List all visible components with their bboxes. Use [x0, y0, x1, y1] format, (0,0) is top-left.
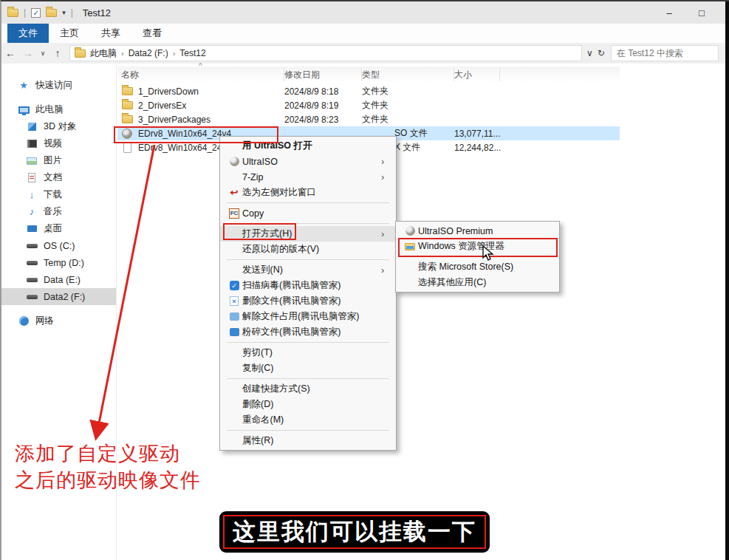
- menu-label: 发送到(N): [242, 264, 381, 276]
- menu-item-properties[interactable]: 属性(R): [220, 433, 396, 448]
- music-note-icon: ♪: [26, 206, 38, 217]
- back-icon[interactable]: ←: [1, 47, 19, 59]
- separator: |: [71, 7, 73, 18]
- menu-label: 扫描病毒(腾讯电脑管家): [242, 279, 381, 292]
- freecommander-icon: FC: [226, 208, 242, 219]
- menu-item-unlock-file-tm[interactable]: 解除文件占用(腾讯电脑管家): [220, 309, 396, 324]
- sidebar-item-music[interactable]: ♪ 音乐: [1, 203, 116, 220]
- breadcrumb-drive[interactable]: Data2 (F:): [129, 48, 168, 58]
- search-box[interactable]: [611, 45, 719, 61]
- unlock-file-icon: [226, 313, 242, 321]
- sidebar-item-pictures[interactable]: 图片: [1, 152, 116, 169]
- sidebar-item-quick-access[interactable]: ★ 快速访问: [1, 77, 116, 94]
- menu-label: 复制(C): [242, 362, 381, 375]
- column-header-type[interactable]: 类型: [362, 66, 454, 83]
- breadcrumb-this-pc[interactable]: 此电脑: [90, 47, 117, 60]
- column-header-date[interactable]: 修改日期: [284, 66, 362, 83]
- menu-item-restore-versions[interactable]: 还原以前的版本(V): [220, 242, 396, 257]
- menu-item-open-with[interactable]: 打开方式(H) ›: [220, 226, 396, 242]
- file-type: 文件夹: [362, 99, 454, 112]
- minimize-button[interactable]: –: [653, 1, 685, 24]
- maximize-button[interactable]: □: [685, 1, 718, 24]
- address-dropdown-icon[interactable]: ∨: [586, 48, 593, 58]
- menu-item-rename[interactable]: 重命名(M): [220, 412, 396, 428]
- file-row[interactable]: 3_DriverPackages 2024/8/9 8:23 文件夹: [117, 112, 620, 126]
- file-size: 12,244,82...: [454, 143, 500, 153]
- sidebar-item-os-c[interactable]: OS (C:): [1, 237, 116, 254]
- menu-label: 选择其他应用(C): [418, 276, 559, 289]
- search-input[interactable]: [617, 48, 713, 58]
- sidebar-item-temp-d[interactable]: Temp (D:): [1, 254, 116, 271]
- file-name: 2_DriversEx: [138, 100, 186, 111]
- properties-icon[interactable]: ✓: [31, 8, 41, 18]
- submenu-item-search-store[interactable]: 搜索 Microsoft Store(S): [396, 259, 559, 275]
- sidebar-item-network[interactable]: 网络: [1, 313, 116, 329]
- menu-separator: [227, 223, 389, 224]
- drive-icon: [26, 244, 38, 248]
- submenu-arrow-icon: ›: [381, 156, 396, 167]
- menu-item-send-to[interactable]: 发送到(N) ›: [220, 262, 396, 278]
- menu-item-compare-left[interactable]: ↩ 选为左侧对比窗口: [220, 185, 396, 200]
- shred-file-icon: [226, 328, 242, 336]
- menu-item-7zip[interactable]: 7-Zip ›: [220, 169, 396, 185]
- file-row[interactable]: 1_DriversDown 2024/8/9 8:18 文件夹: [117, 84, 620, 98]
- menu-item-open-with-ultraiso[interactable]: 用 UltraISO 打开: [220, 138, 396, 154]
- menu-item-copy-fc[interactable]: FC Copy: [220, 205, 396, 221]
- menu-label: 打开方式(H): [242, 228, 381, 240]
- menu-item-copy[interactable]: 复制(C): [220, 361, 396, 376]
- new-folder-icon[interactable]: [46, 9, 57, 17]
- recent-locations-icon[interactable]: ∨: [37, 49, 49, 57]
- menu-item-scan-virus[interactable]: ✓ 扫描病毒(腾讯电脑管家): [220, 278, 396, 293]
- sidebar-label: OS (C:): [44, 241, 75, 251]
- menu-item-delete[interactable]: 删除(D): [220, 397, 396, 412]
- video-icon: [26, 140, 38, 148]
- sidebar-item-downloads[interactable]: ↓ 下载: [1, 186, 116, 203]
- sort-ascending-icon: ^: [199, 62, 202, 70]
- sidebar-item-3d-objects[interactable]: 3D 对象: [1, 118, 116, 135]
- submenu-item-ultraiso-premium[interactable]: UltraISO Premium: [396, 223, 559, 239]
- tab-share[interactable]: 共享: [90, 24, 131, 43]
- delete-file-icon: ×: [226, 296, 242, 306]
- up-icon[interactable]: ↑: [49, 47, 66, 59]
- sidebar-item-videos[interactable]: 视频: [1, 135, 116, 152]
- file-name: EDrv8_Win10x64_24v4: [138, 129, 231, 139]
- menu-item-delete-file-tm[interactable]: × 删除文件(腾讯电脑管家): [220, 293, 396, 309]
- breadcrumb-current-folder[interactable]: Test12: [179, 48, 205, 58]
- desktop-icon: [26, 225, 38, 232]
- breadcrumb[interactable]: 此电脑 › Data2 (F:) › Test12: [69, 45, 582, 61]
- network-icon: [18, 316, 30, 326]
- menu-item-shred-file-tm[interactable]: 粉碎文件(腾讯电脑管家): [220, 324, 396, 340]
- tab-file[interactable]: 文件: [7, 24, 49, 43]
- sidebar-item-data2-f[interactable]: Data2 (F:): [1, 288, 116, 305]
- submenu-item-windows-explorer[interactable]: Windows 资源管理器: [396, 239, 559, 254]
- file-row[interactable]: 2_DriversEx 2024/8/9 8:19 文件夹: [117, 98, 620, 112]
- menu-label: 解除文件占用(腾讯电脑管家): [242, 310, 381, 323]
- sidebar-item-this-pc[interactable]: 此电脑: [1, 101, 116, 118]
- menu-label: 删除(D): [242, 398, 381, 411]
- tab-home[interactable]: 主页: [49, 24, 90, 43]
- column-header-name[interactable]: 名称 ^: [117, 66, 284, 83]
- menu-label: 还原以前的版本(V): [242, 243, 381, 256]
- location-folder-icon: [75, 49, 86, 58]
- menu-item-cut[interactable]: 剪切(T): [220, 345, 396, 361]
- menu-label: UltraISO Premium: [418, 226, 559, 236]
- tab-view[interactable]: 查看: [131, 24, 173, 43]
- red-undo-arrow-icon: ↩: [226, 187, 242, 198]
- customize-toolbar-dropdown-icon[interactable]: ▾: [62, 9, 66, 16]
- file-name: 1_DriversDown: [138, 86, 199, 97]
- annotation-note: 添加了自定义驱动 之后的驱动映像文件: [15, 440, 201, 494]
- sidebar-item-data-e[interactable]: Data (E:): [1, 271, 116, 288]
- refresh-icon[interactable]: ↻: [598, 48, 605, 58]
- column-header-size[interactable]: 大小: [454, 66, 500, 83]
- submenu-item-choose-other-app[interactable]: 选择其他应用(C): [396, 275, 559, 290]
- menu-item-ultraiso[interactable]: UltraISO ›: [220, 154, 396, 169]
- drive-icon: [26, 295, 38, 299]
- app-folder-icon: [7, 9, 18, 17]
- menu-label: 7-Zip: [242, 172, 381, 182]
- menu-label: 选为左侧对比窗口: [242, 186, 381, 199]
- menu-item-create-shortcut[interactable]: 创建快捷方式(S): [220, 381, 396, 397]
- open-with-submenu: UltraISO Premium Windows 资源管理器 搜索 Micros…: [395, 221, 560, 293]
- chevron-right-icon: ›: [121, 49, 124, 58]
- sidebar-item-documents[interactable]: 文档: [1, 169, 116, 186]
- sidebar-item-desktop[interactable]: 桌面: [1, 220, 116, 237]
